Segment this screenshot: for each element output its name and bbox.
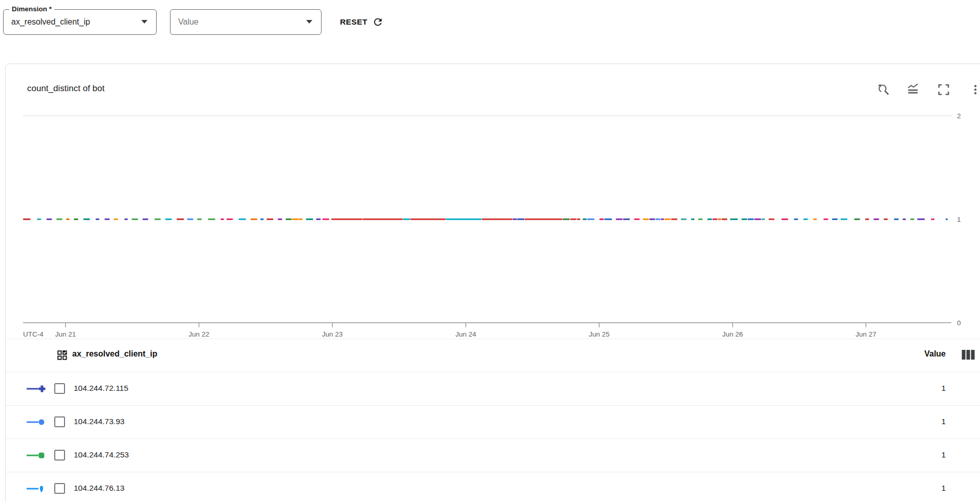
series-marker-icon [26, 451, 47, 460]
series-marker-icon [26, 417, 47, 427]
svg-text:1: 1 [957, 216, 961, 223]
svg-text:UTC-4: UTC-4 [23, 330, 44, 338]
chart-card: count_distinct of bot Jun 21Jun 22Jun 23… [5, 64, 980, 502]
row-metric-value: 1 [876, 384, 946, 393]
row-dimension-value: 104.244.73.93 [74, 417, 124, 426]
chevron-down-icon [141, 20, 147, 24]
row-checkbox[interactable] [54, 483, 65, 494]
row-dimension-value: 104.244.72.115 [74, 384, 129, 393]
reset-button[interactable]: RESET [340, 12, 384, 32]
svg-text:Jun 26: Jun 26 [722, 330, 743, 338]
row-metric-value: 1 [876, 484, 946, 493]
row-checkbox[interactable] [54, 450, 65, 461]
svg-text:Jun 25: Jun 25 [589, 330, 610, 338]
svg-text:Jun 27: Jun 27 [856, 330, 877, 338]
row-metric-value: 1 [876, 417, 946, 426]
chevron-down-icon [306, 20, 312, 24]
dimension-select-value: ax_resolved_client_ip [11, 10, 90, 34]
svg-text:0: 0 [957, 319, 961, 327]
value-select[interactable]: Value [170, 9, 322, 35]
reset-button-label: RESET [340, 17, 368, 27]
row-dimension-value: 104.244.76.13 [74, 484, 124, 493]
table-header: ax_resolved_client_ip Value [6, 339, 980, 372]
row-metric-value: 1 [876, 450, 946, 459]
refresh-icon [372, 16, 384, 28]
svg-text:Jun 21: Jun 21 [55, 330, 76, 338]
svg-text:Jun 23: Jun 23 [322, 330, 343, 338]
multi-select-grid-icon[interactable] [57, 350, 67, 360]
columns-icon[interactable] [962, 349, 975, 361]
dimension-select[interactable]: Dimension * ax_resolved_client_ip [3, 9, 157, 35]
value-column-header: Value [876, 349, 946, 359]
series-marker-icon [26, 484, 47, 493]
row-checkbox[interactable] [54, 383, 65, 394]
svg-text:2: 2 [957, 112, 961, 120]
row-checkbox[interactable] [54, 416, 65, 427]
row-dimension-value: 104.244.74.253 [74, 450, 129, 459]
svg-text:Jun 22: Jun 22 [188, 330, 209, 338]
table-row[interactable]: 104.244.76.131 [6, 472, 980, 502]
svg-text:Jun 24: Jun 24 [455, 330, 476, 338]
series-marker-icon [26, 384, 47, 393]
dimension-column-header: ax_resolved_client_ip [72, 349, 157, 359]
table-row[interactable]: 104.244.72.1151 [6, 372, 980, 405]
table-row[interactable]: 104.244.73.931 [6, 405, 980, 438]
time-series-chart[interactable]: Jun 21Jun 22Jun 23Jun 24Jun 25Jun 26Jun … [6, 64, 980, 351]
table-row[interactable]: 104.244.74.2531 [6, 438, 980, 472]
value-select-placeholder: Value [178, 10, 199, 34]
